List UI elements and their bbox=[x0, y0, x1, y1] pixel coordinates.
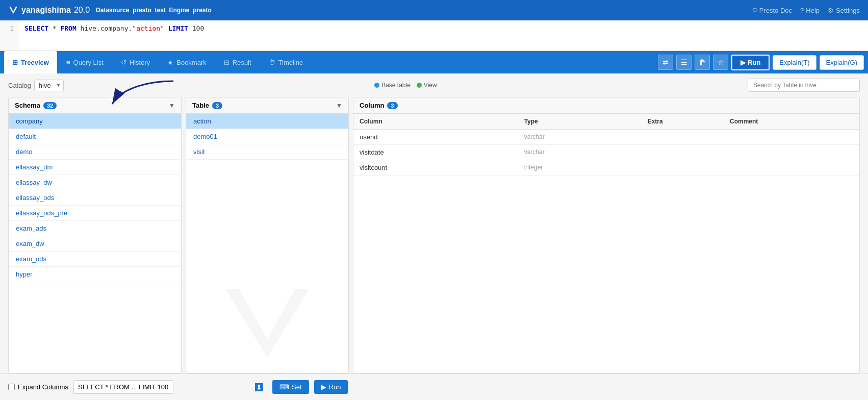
legend: Base table View bbox=[374, 82, 437, 89]
code-editor[interactable]: SELECT * FROM hive.company."action" LIMI… bbox=[18, 20, 868, 51]
help-link[interactable]: ? Help bbox=[800, 7, 820, 14]
column-panel-header: Column 3 bbox=[353, 97, 859, 114]
col-header-extra: Extra bbox=[648, 118, 730, 125]
schema-item-ellassay-dw[interactable]: ellassay_dw bbox=[9, 175, 181, 190]
schema-filter-icon[interactable]: ▼ bbox=[169, 102, 175, 109]
tab-querylist-label: Query List bbox=[73, 59, 104, 66]
col-name-visitcount: visitcount bbox=[360, 164, 524, 171]
trash-button[interactable]: 🗑 bbox=[695, 55, 710, 70]
query-select[interactable]: SELECT * FROM ... LIMIT 100 bbox=[73, 380, 173, 394]
tab-treeview[interactable]: ⊞ Treeview bbox=[4, 51, 57, 73]
explain-t-button[interactable]: Explain(T) bbox=[773, 55, 816, 70]
tab-timeline-label: Timeline bbox=[278, 59, 303, 66]
brand: yanagishima 20.0 bbox=[8, 5, 90, 15]
expand-columns-checkbox-label[interactable]: Expand Columns bbox=[8, 383, 68, 391]
schema-item-company[interactable]: company bbox=[9, 114, 181, 129]
schema-item-ellassay-ods-pre[interactable]: ellassay_ods_pre bbox=[9, 206, 181, 221]
schema-item-demo[interactable]: demo bbox=[9, 144, 181, 160]
explain-g-button[interactable]: Explain(G) bbox=[820, 55, 864, 70]
line-numbers: 1 bbox=[0, 20, 18, 51]
column-header-row: Column Type Extra Comment bbox=[353, 114, 859, 130]
bookmark-button[interactable]: ☆ bbox=[713, 55, 728, 70]
schema-item-ellassay-dm[interactable]: ellassay_dm bbox=[9, 160, 181, 175]
column-label: Column bbox=[360, 102, 384, 109]
col-name-userid: userid bbox=[360, 133, 524, 141]
clock-icon: ⏱ bbox=[269, 59, 275, 66]
schema-item-ellassay-ods[interactable]: ellassay_ods bbox=[9, 190, 181, 206]
column-row-userid: userid varchar bbox=[353, 130, 859, 145]
datasource-value: presto_test bbox=[133, 7, 166, 14]
table-count-badge: 3 bbox=[212, 102, 222, 109]
presto-doc-link[interactable]: ⧉ Presto Doc bbox=[753, 6, 792, 14]
table-panel: Table 3 ▼ action demo01 visit bbox=[186, 97, 349, 373]
set-button[interactable]: ⌨ Set bbox=[272, 380, 309, 394]
run-label: Run bbox=[748, 59, 760, 66]
help-label: Help bbox=[806, 7, 820, 14]
table-filter-icon[interactable]: ▼ bbox=[336, 102, 342, 109]
engine-value: presto bbox=[193, 7, 212, 14]
schema-label: Schema bbox=[15, 102, 40, 109]
set-label: Set bbox=[292, 383, 302, 391]
schema-item-hyper[interactable]: hyper bbox=[9, 267, 181, 282]
settings-link[interactable]: ⚙ Settings bbox=[828, 7, 860, 14]
run-play-icon: ▶ bbox=[741, 59, 746, 66]
tab-timeline[interactable]: ⏱ Timeline bbox=[261, 51, 312, 73]
watermark-logo bbox=[221, 285, 313, 361]
explain-g-label: Explain(G) bbox=[826, 59, 857, 66]
catalog-label: Catalog bbox=[8, 82, 31, 89]
legend-base: Base table bbox=[374, 82, 411, 89]
gear-icon: ⚙ bbox=[828, 7, 834, 14]
presto-doc-label: Presto Doc bbox=[759, 7, 792, 14]
tab-result-label: Result bbox=[233, 59, 251, 66]
panels: Schema 32 ▼ company default demo ellassa… bbox=[0, 97, 868, 373]
main-content: Catalog hive Base table View S bbox=[0, 73, 868, 373]
schema-panel-body: company default demo ellassay_dm ellassa… bbox=[9, 114, 181, 373]
catalog-dropdown[interactable]: hive bbox=[34, 80, 64, 91]
bottom-bar: Expand Columns SELECT * FROM ... LIMIT 1… bbox=[0, 373, 868, 400]
base-table-dot bbox=[374, 83, 379, 88]
column-panel: Column 3 Column Type Extra Comment useri… bbox=[353, 97, 860, 373]
brand-name: yanagishima bbox=[21, 6, 71, 15]
col-comment-userid bbox=[730, 133, 853, 141]
table-item-demo01[interactable]: demo01 bbox=[186, 129, 348, 144]
tab-result[interactable]: ⊟ Result bbox=[216, 51, 260, 73]
star-icon: ★ bbox=[167, 59, 173, 66]
tab-history[interactable]: ↺ History bbox=[113, 51, 158, 73]
col-extra-visitcount bbox=[648, 164, 730, 171]
schema-item-exam-ods[interactable]: exam_ods bbox=[9, 252, 181, 267]
table-item-visit[interactable]: visit bbox=[186, 144, 348, 160]
tab-querylist[interactable]: ≡ Query List bbox=[58, 51, 112, 73]
editor-area: 1 SELECT * FROM hive.company."action" LI… bbox=[0, 20, 868, 51]
yanagishima-logo-icon bbox=[8, 5, 18, 15]
col-name-visitdate: visitdate bbox=[360, 148, 524, 156]
tree-icon: ⊞ bbox=[12, 59, 18, 66]
schema-item-default[interactable]: default bbox=[9, 129, 181, 144]
run-play-icon-bottom: ▶ bbox=[321, 383, 326, 391]
query-select-wrapper: SELECT * FROM ... LIMIT 100 bbox=[73, 380, 267, 394]
search-input[interactable] bbox=[748, 79, 860, 92]
run-bottom-button[interactable]: ▶ Run bbox=[314, 380, 348, 394]
col-extra-userid bbox=[648, 133, 730, 141]
run-button[interactable]: ▶ Run bbox=[731, 55, 770, 70]
table-item-action[interactable]: action bbox=[186, 114, 348, 129]
legend-view: View bbox=[417, 82, 437, 89]
run-bottom-label: Run bbox=[329, 383, 341, 391]
svg-marker-0 bbox=[9, 7, 17, 14]
col-type-visitcount: integer bbox=[524, 164, 648, 171]
table-panel-header: Table 3 ▼ bbox=[186, 97, 348, 114]
tab-bookmark[interactable]: ★ Bookmark bbox=[159, 51, 215, 73]
list-button[interactable]: ☰ bbox=[676, 55, 692, 70]
col-type-visitdate: varchar bbox=[524, 148, 648, 156]
expand-columns-label: Expand Columns bbox=[18, 383, 68, 391]
catalog-selector: Catalog hive bbox=[8, 80, 64, 91]
expand-columns-checkbox[interactable] bbox=[8, 384, 15, 390]
settings-label: Settings bbox=[836, 7, 860, 14]
schema-item-exam-dw[interactable]: exam_dw bbox=[9, 236, 181, 252]
history-icon: ↺ bbox=[121, 59, 126, 66]
line-number-1: 1 bbox=[10, 24, 14, 32]
topbar-right: ⧉ Presto Doc ? Help ⚙ Settings bbox=[753, 6, 860, 14]
schema-item-exam-ads[interactable]: exam_ads bbox=[9, 221, 181, 236]
watermark bbox=[221, 285, 313, 363]
swap-button[interactable]: ⇄ bbox=[658, 55, 673, 70]
tabs: ⊞ Treeview ≡ Query List ↺ History ★ Book… bbox=[4, 51, 311, 73]
